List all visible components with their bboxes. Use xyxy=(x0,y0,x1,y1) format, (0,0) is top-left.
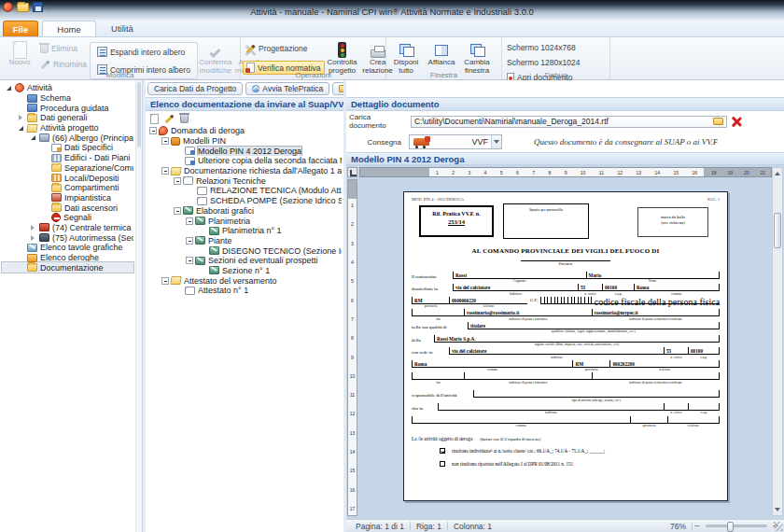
tree-item-locali[interactable]: Locali/Depositi xyxy=(2,173,133,183)
tree-item-modello-pin4[interactable]: Modello PIN 4 2012 Deroga xyxy=(147,146,342,156)
field-value: RM xyxy=(414,298,423,303)
horizontal-ruler[interactable]: 12345678910111213141516 18192021 xyxy=(359,167,772,177)
tree-item-elenco-deroghe[interactable]: Elenco deroghe xyxy=(2,253,133,263)
dropdown-arrow-icon[interactable] xyxy=(491,135,501,148)
cambia-finestra-button[interactable]: Cambia finestra xyxy=(459,39,495,75)
document-path-field[interactable]: C:\utility\Documenti\Namirial\manuale_De… xyxy=(411,116,727,128)
collapse-box-icon[interactable] xyxy=(186,237,193,245)
scrollbar-thumb[interactable] xyxy=(137,82,141,147)
tree-item-scheda-pompe[interactable]: SCHEDA POMPE (Sezione Idrico Sprinkler) xyxy=(147,196,342,206)
collapse-box-icon[interactable] xyxy=(161,277,169,285)
checkbox-checked-icon[interactable] xyxy=(440,448,445,454)
browse-folder-icon[interactable] xyxy=(713,118,723,125)
expander-open-icon[interactable] xyxy=(31,135,35,140)
tree-item-modelli-pin[interactable]: Modelli PIN xyxy=(147,136,342,147)
vertical-ruler[interactable]: 1234567891011121314151617 xyxy=(347,179,357,516)
deroga-option-text: non risultano riportate nell'Allegato I … xyxy=(452,461,573,467)
tree-item-centrale-termica[interactable]: (74) Centrale termica (Secondaria) xyxy=(2,223,133,233)
avvia-telepratica-button[interactable]: Avvia TelePratica xyxy=(245,82,329,95)
tree-item-albergo[interactable]: (66) Albergo (Principale) xyxy=(2,133,133,143)
tree-item-domanda-deroga[interactable]: Domanda di deroga xyxy=(147,126,342,136)
resize-grip[interactable] xyxy=(774,522,783,531)
tree-item-relazione-tecnica[interactable]: RELAZIONE TECNICA (Modulo Attività) xyxy=(147,186,342,196)
affianca-button[interactable]: Affianca xyxy=(424,39,459,67)
collapse-box-icon[interactable] xyxy=(161,167,169,175)
new-item-icon[interactable] xyxy=(150,114,159,124)
tree-item-doc-richiesta[interactable]: Documentazione richiesta dall'Allegato 1… xyxy=(147,166,342,176)
expander-closed-icon[interactable] xyxy=(31,225,35,231)
tree-item-piante[interactable]: Piante xyxy=(147,236,342,246)
document-vertical-scrollbar[interactable] xyxy=(772,167,783,516)
tree-item-sezioni[interactable]: Sezioni ed eventuali prospetti xyxy=(147,256,342,266)
tree-item-separazione[interactable]: Separazione/Comunicazione xyxy=(2,163,133,174)
tree-item-attestato-1[interactable]: Attestato n° 1 xyxy=(147,286,342,296)
tree-item-impiantistica[interactable]: Impiantistica xyxy=(2,193,133,203)
expander-closed-icon[interactable] xyxy=(31,235,35,241)
row-lead: domiciliato in xyxy=(412,287,453,291)
tab-home[interactable]: Home xyxy=(42,21,96,36)
tab-file[interactable]: File xyxy=(3,21,38,36)
schermo-1024-button[interactable]: Schermo 1024x768 xyxy=(504,42,582,53)
scroll-down-icon[interactable] xyxy=(774,506,781,513)
checkbox-unchecked-icon[interactable] xyxy=(440,461,445,467)
espandi-albero-button[interactable]: Espandi intero albero xyxy=(94,46,193,58)
tree-item-dati-generali[interactable]: Dati generali xyxy=(2,113,133,123)
controlla-progetto-button[interactable]: Controlla progetto xyxy=(325,39,360,75)
zoom-slider-thumb[interactable] xyxy=(727,522,734,532)
tree-item-attivita[interactable]: Attività xyxy=(2,83,133,93)
tab-selector-button[interactable] xyxy=(347,167,357,177)
tree-item-elenco-tavole[interactable]: Elenco tavole grafiche xyxy=(2,243,133,253)
edit-item-icon[interactable] xyxy=(165,114,175,123)
remove-document-icon[interactable] xyxy=(731,117,741,127)
tree-item-relazioni-tecniche[interactable]: Relazioni Tecniche xyxy=(147,175,342,186)
activity-icon xyxy=(15,83,24,92)
progettazione-button[interactable]: Progettazione xyxy=(243,43,325,54)
tree-item-planimetria[interactable]: Planimetria xyxy=(147,216,342,226)
zoom-slider[interactable] xyxy=(706,525,767,527)
expander-open-icon[interactable] xyxy=(19,126,23,131)
tree-item-schema[interactable]: Schema xyxy=(2,93,133,104)
tree-item-elaborati-grafici[interactable]: Elaborati grafici xyxy=(147,206,342,217)
folder-icon xyxy=(27,263,37,272)
tab-utilita[interactable]: Utilità xyxy=(100,21,145,36)
field-label: c.a.p. xyxy=(689,411,719,414)
tree-item-compartimenti[interactable]: Compartimenti xyxy=(2,183,133,193)
tree-item-planimetria-1[interactable]: Planimetria n° 1 xyxy=(147,226,342,236)
tree-item-ulteriore-copia[interactable]: Ulteriore copia della seconda facciata M… xyxy=(147,156,342,166)
elimina-button[interactable]: Elimina xyxy=(37,43,90,54)
collapse-box-icon[interactable] xyxy=(186,217,193,225)
ruler-mark: 3 xyxy=(468,170,470,175)
tree-item-label: Attestato del versamento xyxy=(184,276,277,286)
schermo-1280-button[interactable]: Schermo 1280x1024 xyxy=(504,57,582,68)
tree-item-documentazione[interactable]: Documentazione xyxy=(2,262,133,273)
tree-item-attestato-versamento[interactable]: Attestato del versamento xyxy=(147,275,342,286)
zoom-out-icon[interactable]: − xyxy=(693,522,702,531)
scroll-up-icon[interactable] xyxy=(774,170,781,177)
delete-item-icon[interactable] xyxy=(180,114,189,123)
tree-item-attivita-progetto[interactable]: Attività progetto xyxy=(2,123,133,133)
tree-item-sezione-1[interactable]: Sezione n° 1 xyxy=(147,266,342,276)
collapse-box-icon[interactable] xyxy=(149,127,157,134)
carica-dati-progetto-button[interactable]: Carica Dati da Progetto xyxy=(147,82,243,95)
expander-closed-icon[interactable] xyxy=(19,115,22,120)
tree-item-dati-ascensori[interactable]: Dati ascensori xyxy=(2,203,133,213)
scrollbar-thumb[interactable] xyxy=(774,213,781,248)
tree-item-edifici[interactable]: Edifici - Dati Piani xyxy=(2,153,133,163)
tree-item-procedura-guidata[interactable]: Procedura guidata xyxy=(2,103,133,113)
disponi-tutto-button[interactable]: Disponi tutto xyxy=(388,39,424,75)
tree-item-segnali[interactable]: Segnali xyxy=(2,213,133,223)
collapse-box-icon[interactable] xyxy=(161,137,169,145)
left-panel-scrollbar[interactable] xyxy=(135,80,142,532)
consegna-dropdown[interactable]: VVF xyxy=(409,134,502,149)
collapse-box-icon[interactable] xyxy=(174,177,181,185)
rinomina-button[interactable]: Rinomina xyxy=(37,59,90,70)
document-page[interactable]: MOD. PIN 4 - 2012 DEROGA PAG. 1 Rif. Pra… xyxy=(403,191,728,501)
tree-item-autorimessa[interactable]: (75) Autorimessa (Secondaria) xyxy=(2,232,133,243)
nuovo-button[interactable]: Nuovo xyxy=(2,39,37,67)
tree-item-disegno-tecnico[interactable]: DISEGNO TECNICO (Sezione Idrico Sprinkle… xyxy=(147,245,342,256)
expander-open-icon[interactable] xyxy=(7,86,11,91)
tree-item-dati-specifici[interactable]: Dati Specifici xyxy=(2,143,133,153)
collapse-box-icon[interactable] xyxy=(174,207,181,215)
conferma-modifiche-button[interactable]: Conferma modifiche xyxy=(198,39,233,75)
collapse-box-icon[interactable] xyxy=(186,257,193,264)
